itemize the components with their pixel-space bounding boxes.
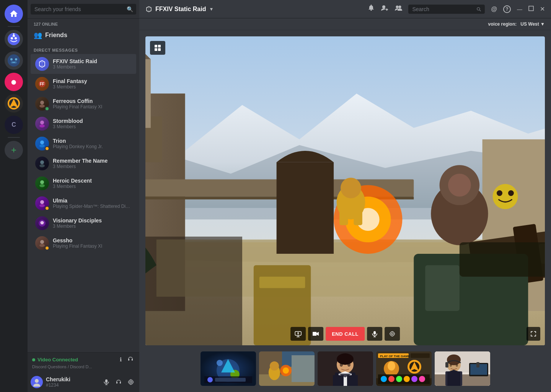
dm-sub-stormblood: 3 Members xyxy=(53,124,132,129)
dm-info-ffxiv-static: FFXIV Static Raid 3 Members xyxy=(53,58,132,70)
minimize-btn[interactable]: — xyxy=(517,6,522,12)
server-icon-chair[interactable]: C xyxy=(5,116,23,134)
dm-name-ferreous-coffin: Ferreous Coffin xyxy=(53,98,132,104)
dm-item-visionary-disciples[interactable]: Visionary Disciples 3 Members ✕ xyxy=(31,213,136,233)
voice-info-btn[interactable]: ℹ xyxy=(118,356,123,364)
thumbnail-1[interactable] xyxy=(201,351,256,386)
voice-status-label: Video Connected xyxy=(37,357,78,363)
user-mic-button[interactable] xyxy=(101,377,112,387)
svg-rect-136 xyxy=(411,353,430,358)
svg-point-76 xyxy=(448,174,471,197)
svg-point-77 xyxy=(493,184,518,209)
server-icon-bot[interactable] xyxy=(5,30,23,48)
dm-sub-heroic-descent: 3 Members xyxy=(53,184,132,189)
dm-info-heroic-descent: Heroic Descent 3 Members xyxy=(53,178,132,189)
members-btn[interactable] xyxy=(395,4,402,14)
dm-item-ulmia[interactable]: Ulmia Playing Spider-Man™: Shattered Dim… xyxy=(31,193,136,213)
add-friend-btn[interactable] xyxy=(381,4,388,14)
user-settings-button[interactable] xyxy=(126,377,136,387)
server-icon-robot[interactable] xyxy=(5,51,23,70)
video-grid-btn[interactable] xyxy=(150,41,165,55)
help-btn[interactable]: ? xyxy=(503,5,511,13)
server-dropdown-icon[interactable]: ▼ xyxy=(209,7,214,12)
camera-btn[interactable] xyxy=(308,327,323,341)
header-actions: @ ? — ✕ xyxy=(368,4,545,14)
dm-item-gessho[interactable]: Gessho Playing Final Fantasy XI ✕ xyxy=(31,233,136,253)
thumbnail-3[interactable] xyxy=(318,351,373,386)
svg-point-143 xyxy=(388,376,395,382)
dm-sub-ffxiv-static: 3 Members xyxy=(53,64,132,70)
dm-item-final-fantasy[interactable]: FF Final Fantasy 3 Members ✕ xyxy=(31,74,136,94)
dm-avatar-ffxiv-static xyxy=(35,57,49,71)
svg-text:C: C xyxy=(11,121,16,128)
dm-item-remember-the-name[interactable]: Remember The Name 3 Members ✕ xyxy=(31,154,136,173)
at-btn[interactable]: @ xyxy=(491,6,497,13)
friends-icon: 👥 xyxy=(34,31,42,39)
mute-btn[interactable] xyxy=(367,327,382,341)
dm-item-stormblood[interactable]: Stormblood 3 Members ✕ xyxy=(31,114,136,134)
maximize-btn[interactable] xyxy=(528,5,534,13)
notification-btn[interactable] xyxy=(368,5,375,13)
svg-point-71 xyxy=(341,178,361,198)
voice-region-value[interactable]: US West ▼ xyxy=(520,21,545,27)
share-screen-btn[interactable] xyxy=(290,327,306,341)
svg-point-17 xyxy=(40,101,44,105)
dm-sub-remember-the-name: 3 Members xyxy=(53,164,132,169)
svg-point-144 xyxy=(396,376,402,382)
dm-item-trion[interactable]: Trion Playing Donkey Kong Jr. ✕ xyxy=(31,134,136,154)
video-fullscreen-btn[interactable] xyxy=(527,327,540,341)
main-content: FFXIV Static Raid ▼ xyxy=(139,0,551,392)
dm-avatar-ulmia xyxy=(35,196,49,210)
dm-item-ffxiv-static[interactable]: FFXIV Static Raid 3 Members ✕ xyxy=(31,54,136,74)
dm-item-heroic-descent[interactable]: Heroic Descent 3 Members ✕ xyxy=(31,173,136,193)
user-area: Cherukiki #1234 xyxy=(28,372,139,392)
svg-rect-158 xyxy=(476,362,479,368)
dm-avatar-ferreous-coffin xyxy=(35,97,49,111)
svg-point-145 xyxy=(404,376,410,382)
user-headphones-button[interactable] xyxy=(113,377,124,387)
voice-headphones-btn[interactable] xyxy=(126,356,135,364)
svg-point-5 xyxy=(13,33,15,35)
svg-point-109 xyxy=(217,360,223,366)
svg-point-146 xyxy=(411,376,417,382)
svg-point-113 xyxy=(207,377,213,382)
svg-point-160 xyxy=(456,364,458,367)
user-info: Cherukiki #1234 xyxy=(46,376,98,388)
server-icon-overwatch[interactable] xyxy=(5,94,23,113)
dm-item-ferreous-coffin[interactable]: Ferreous Coffin Playing Final Fantasy XI… xyxy=(31,94,136,114)
main-video: END CALL xyxy=(145,36,545,345)
svg-point-32 xyxy=(35,379,39,383)
close-btn[interactable]: ✕ xyxy=(540,5,545,13)
svg-rect-10 xyxy=(12,62,15,63)
dm-name-remember-the-name: Remember The Name xyxy=(53,158,132,164)
svg-point-44 xyxy=(399,6,401,8)
dm-list: FFXIV Static Raid 3 Members ✕ FF Final F… xyxy=(28,54,139,352)
dm-info-trion: Trion Playing Donkey Kong Jr. xyxy=(53,138,132,149)
add-server-button[interactable]: + xyxy=(5,141,23,159)
thumbnail-2[interactable] xyxy=(259,351,315,386)
voice-connected-area: Video Connected ℹ Discord Questions / Di… xyxy=(28,352,139,372)
voice-region-dropdown-icon: ▼ xyxy=(540,21,545,27)
dm-name-final-fantasy: Final Fantasy xyxy=(53,78,132,84)
dm-name-trion: Trion xyxy=(53,138,132,144)
header-search-input[interactable] xyxy=(412,6,473,12)
end-call-btn[interactable]: END CALL xyxy=(326,327,365,341)
friends-label: Friends xyxy=(45,32,67,39)
call-settings-btn[interactable] xyxy=(385,327,400,341)
thumbnail-5[interactable] xyxy=(435,351,490,386)
friends-header[interactable]: 👥 Friends xyxy=(28,26,139,42)
thumbnail-4[interactable]: PLAY OF THE GAME xyxy=(376,351,432,386)
server-name-label: FFXIV Static Raid xyxy=(155,6,206,13)
svg-rect-103 xyxy=(373,331,376,335)
user-avatar xyxy=(31,376,43,388)
server-icon-red[interactable]: ● xyxy=(5,73,23,91)
svg-point-26 xyxy=(39,184,45,187)
game-scene-bg xyxy=(145,36,545,345)
home-button[interactable] xyxy=(5,5,23,23)
svg-text:FF: FF xyxy=(40,82,44,86)
svg-point-40 xyxy=(382,5,385,8)
svg-point-6 xyxy=(8,54,20,67)
friends-search-input[interactable] xyxy=(31,4,136,15)
svg-rect-73 xyxy=(354,205,362,225)
server-divider xyxy=(8,26,20,27)
